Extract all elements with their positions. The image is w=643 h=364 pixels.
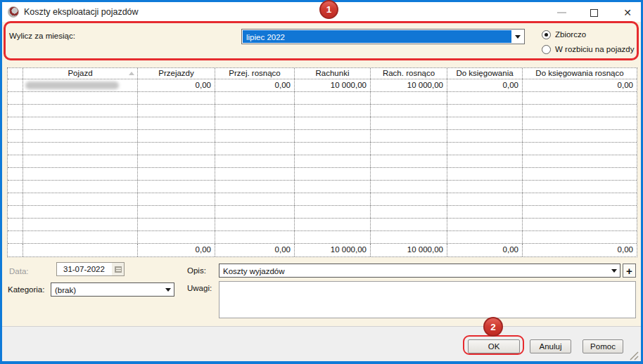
grid-cell[interactable] [138,143,215,155]
grid-cell[interactable] [371,168,447,180]
grid-cell[interactable]: 10 000,00 [295,79,371,91]
grid-cell[interactable] [215,181,295,193]
grid-cell[interactable] [371,231,447,243]
grid-cell[interactable]: 0,00 [215,79,295,91]
grid-cell[interactable] [23,181,138,193]
header-do-ksiegowania[interactable]: Do księgowania [447,68,523,79]
help-button[interactable]: Pomoc [582,339,623,353]
minimize-button[interactable] [554,5,569,20]
grid-cell[interactable] [447,155,523,167]
grid-cell[interactable] [295,130,371,142]
grid-cell[interactable] [23,206,138,218]
notes-textarea[interactable] [219,281,636,318]
grid-cell[interactable] [215,155,295,167]
table-row-empty[interactable] [8,155,637,168]
grid-cell[interactable] [23,219,138,230]
grid-cell[interactable] [371,181,447,193]
grid-cell[interactable] [138,181,215,193]
table-row-empty[interactable] [8,92,637,105]
grid-cell[interactable] [523,117,637,129]
grid-cell[interactable] [371,193,447,205]
close-button[interactable]: ✕ [620,5,635,20]
grid-cell[interactable] [523,143,637,155]
grid-cell[interactable] [8,117,23,129]
cancel-button[interactable]: Anuluj [530,339,571,353]
grid-cell[interactable]: 0,00 [523,79,637,91]
grid-cell[interactable] [523,181,637,193]
month-combobox[interactable]: lipiec 2022 [241,29,525,44]
table-row-empty[interactable] [8,130,637,143]
header-do-ksiegowania-rosnaco[interactable]: Do księgowania rosnąco [523,68,637,79]
grid-cell[interactable]: 0,00 [447,79,523,91]
table-row-empty[interactable] [8,168,637,181]
grid-cell[interactable] [447,105,523,117]
grid-cell[interactable] [447,231,523,243]
grid-cell[interactable] [215,105,295,117]
table-row-empty[interactable] [8,117,637,130]
grid-cell[interactable] [371,130,447,142]
grid-cell[interactable] [8,130,23,142]
table-row-data[interactable]: 0,00 0,00 10 000,00 10 000,00 0,00 0,00 [8,79,637,92]
radio-zbiorczo[interactable]: Zbiorczo [542,30,586,39]
grid-cell[interactable] [371,143,447,155]
grid-cell[interactable] [23,117,138,129]
grid-cell[interactable] [295,168,371,180]
grid-cell[interactable] [138,193,215,205]
grid-cell[interactable] [8,206,23,218]
grid-cell[interactable] [138,206,215,218]
grid-cell[interactable] [23,130,138,142]
grid-cell[interactable] [23,143,138,155]
grid-cell[interactable] [523,168,637,180]
grid-cell[interactable] [23,92,138,104]
header-rach-rosnaco[interactable]: Rach. rosnąco [371,68,447,79]
table-row-empty[interactable] [8,206,637,219]
grid-cell[interactable] [447,219,523,230]
grid-cell[interactable] [23,105,138,117]
grid-cell[interactable] [295,231,371,243]
grid-cell[interactable] [138,117,215,129]
grid-cell[interactable] [215,231,295,243]
grid-cell[interactable] [295,155,371,167]
grid-cell[interactable] [215,143,295,155]
header-przej-rosnaco[interactable]: Przej. rosnąco [215,68,295,79]
grid-cell[interactable]: 0,00 [138,79,215,91]
table-row-empty[interactable] [8,231,637,244]
grid-cell[interactable] [23,155,138,167]
grid-cell[interactable] [295,206,371,218]
header-pojazd[interactable]: Pojazd [23,68,138,79]
grid-cell[interactable] [523,155,637,167]
grid-cell[interactable] [447,168,523,180]
grid-cell[interactable] [138,92,215,104]
grid-cell[interactable] [295,105,371,117]
description-combobox[interactable]: Koszty wyjazdów [219,264,620,278]
grid-cell[interactable] [8,231,23,243]
grid-cell[interactable] [523,92,637,104]
table-row-empty[interactable] [8,181,637,193]
add-description-button[interactable]: + [623,264,636,278]
grid-cell[interactable] [138,219,215,230]
grid-cell[interactable] [138,168,215,180]
grid-cell[interactable] [371,155,447,167]
ok-button[interactable]: OK [468,339,520,353]
category-combobox-arrow[interactable] [162,283,174,296]
grid-cell[interactable] [523,105,637,117]
grid-cell[interactable] [215,92,295,104]
grid-cell[interactable] [23,168,138,180]
grid-cell[interactable] [371,206,447,218]
category-combobox[interactable]: (brak) [51,282,174,297]
grid-cell[interactable] [8,193,23,205]
table-row-empty[interactable] [8,105,637,117]
header-rachunki[interactable]: Rachunki [295,68,371,79]
grid-cell[interactable] [523,130,637,142]
grid-cell[interactable] [8,155,23,167]
grid-cell[interactable] [215,130,295,142]
grid-cell[interactable] [371,117,447,129]
grid-cell[interactable] [23,231,138,243]
description-combobox-arrow[interactable] [608,264,620,277]
grid-cell[interactable] [138,231,215,243]
grid-cell[interactable] [447,206,523,218]
resize-grip[interactable] [629,351,639,360]
grid-cell[interactable] [371,92,447,104]
grid-cell[interactable] [8,143,23,155]
grid-cell[interactable] [447,117,523,129]
